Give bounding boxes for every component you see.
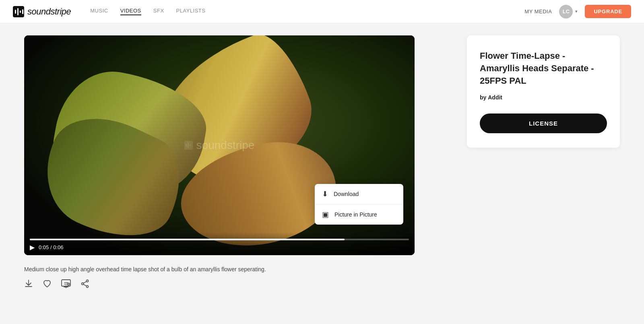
download-icon: ⬇ [322, 190, 328, 198]
video-container: soundstripe ⬇ Download ▣ Picture in Pict… [24, 35, 415, 255]
svg-rect-1 [15, 10, 16, 14]
progress-bar-fill [30, 239, 345, 240]
soundstripe-logo-icon [13, 6, 24, 17]
video-controls: ▶ 0:05 / 0:06 [24, 232, 415, 255]
header: soundstripe MUSIC VIDEOS SFX PLAYLISTS M… [0, 0, 644, 23]
svg-rect-6 [186, 144, 187, 147]
svg-rect-4 [22, 9, 23, 14]
video-description: Medium close up high angle overhead time… [24, 265, 455, 291]
description-text: Medium close up high angle overhead time… [24, 265, 290, 274]
nav-videos[interactable]: VIDEOS [120, 8, 141, 15]
progress-bar[interactable] [30, 239, 409, 240]
action-icons [24, 279, 455, 291]
time-display: 0:05 / 0:06 [39, 244, 63, 250]
author-name: Addit [488, 94, 502, 101]
nav-sfx[interactable]: SFX [153, 8, 164, 15]
right-panel: Flower Time-Lapse - Amaryllis Heads Sepa… [467, 35, 620, 148]
video-section: soundstripe ⬇ Download ▣ Picture in Pict… [24, 35, 455, 291]
video-author: by Addit [480, 94, 607, 101]
video-title: Flower Time-Lapse - Amaryllis Heads Sepa… [480, 50, 607, 87]
picture-in-picture-icon: ▣ [322, 210, 329, 219]
nav-music[interactable]: MUSIC [90, 8, 108, 15]
svg-rect-2 [17, 8, 19, 15]
context-menu-pip[interactable]: ▣ Picture in Picture [315, 204, 403, 225]
avatar: LC [559, 5, 573, 19]
chevron-down-icon: ▾ [575, 9, 578, 14]
my-media-link[interactable]: MY MEDIA [524, 8, 552, 14]
svg-rect-7 [188, 142, 188, 148]
watermark-logo-icon [184, 141, 193, 150]
context-menu-download-label: Download [334, 191, 359, 197]
download-action-icon[interactable] [24, 279, 33, 291]
controls-row: ▶ 0:05 / 0:06 [30, 244, 409, 251]
svg-rect-3 [20, 10, 21, 13]
context-menu-download[interactable]: ⬇ Download [315, 184, 403, 204]
watermark: soundstripe [184, 139, 255, 152]
add-to-playlist-icon[interactable] [61, 279, 71, 291]
main-nav: MUSIC VIDEOS SFX PLAYLISTS [90, 8, 205, 15]
context-menu-pip-label: Picture in Picture [334, 211, 377, 218]
header-right: MY MEDIA LC ▾ UPGRADE [524, 5, 631, 19]
favorite-icon[interactable] [43, 279, 52, 291]
share-icon[interactable] [80, 279, 89, 291]
svg-rect-8 [190, 144, 190, 146]
avatar-menu[interactable]: LC ▾ [559, 5, 578, 19]
watermark-text: soundstripe [196, 139, 255, 152]
main-content: soundstripe ⬇ Download ▣ Picture in Pict… [0, 23, 644, 303]
nav-playlists[interactable]: PLAYLISTS [176, 8, 206, 15]
logo[interactable]: soundstripe [13, 6, 71, 17]
logo-text: soundstripe [27, 6, 71, 17]
play-button[interactable]: ▶ [30, 244, 35, 251]
license-button[interactable]: LICENSE [480, 114, 607, 133]
upgrade-button[interactable]: UPGRADE [585, 5, 631, 18]
context-menu: ⬇ Download ▣ Picture in Picture [315, 184, 403, 225]
